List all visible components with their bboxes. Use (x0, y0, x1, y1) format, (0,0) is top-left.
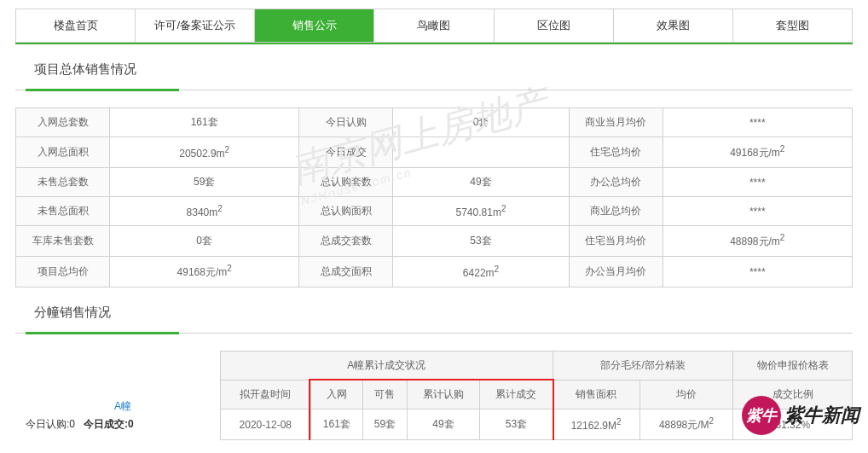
summary-label: 项目总均价 (16, 257, 110, 287)
summary-value: **** (663, 168, 852, 197)
section-title-overall: 项目总体销售情况 (34, 61, 853, 83)
summary-label: 总成交面积 (299, 257, 393, 287)
tabs-underline (15, 43, 853, 44)
summary-label: 入网总套数 (16, 108, 110, 137)
summary-label: 总认购套数 (299, 168, 393, 197)
summary-value: 0套 (393, 108, 569, 137)
main-tabs: 楼盘首页许可/备案证公示销售公示鸟瞰图区位图效果图套型图 (15, 9, 853, 43)
summary-value: 49168元/m2 (663, 137, 852, 168)
summary-label: 未售总面积 (16, 197, 110, 226)
sub-col-header: 累计成交 (480, 380, 553, 409)
summary-label: 办公总均价 (569, 168, 663, 197)
sub-col-header: 拟开盘时间 (221, 380, 311, 409)
summary-label: 办公当月均价 (569, 257, 663, 287)
summary-value: 8340m2 (110, 197, 299, 226)
summary-label: 商业当月均价 (569, 108, 663, 137)
tab-3[interactable]: 鸟瞰图 (374, 9, 494, 42)
summary-value: 53套 (393, 226, 569, 257)
summary-value (393, 137, 569, 168)
sub-cell: 161套 (310, 409, 363, 440)
logo-circle: 紫牛 (742, 396, 781, 435)
sub-col-header: 销售面积 (553, 380, 639, 409)
summary-value: 161套 (110, 108, 299, 137)
summary-label: 今日成交 (299, 137, 393, 168)
building-today-stats: A幢 今日认购:0 今日成交:0 (15, 391, 220, 440)
summary-value: **** (663, 108, 852, 137)
summary-value: **** (663, 197, 852, 226)
summary-value: 6422m2 (393, 257, 569, 287)
logo-text: 紫牛新闻 (784, 403, 859, 428)
sub-col-header: 累计认购 (407, 380, 480, 409)
price-report-link[interactable]: 物价申报价格表 (733, 351, 853, 380)
summary-value: 49168元/m2 (110, 257, 299, 287)
building-area: A幢 今日认购:0 今日成交:0 A幢累计成交状况部分毛坯/部分精装物价申报价格… (15, 351, 853, 440)
tab-0[interactable]: 楼盘首页 (16, 9, 136, 42)
sub-col-header: 入网 (310, 380, 363, 409)
summary-value: 0套 (110, 226, 299, 257)
summary-label: 总认购面积 (299, 197, 393, 226)
summary-label: 总成交套数 (299, 226, 393, 257)
summary-label: 住宅总均价 (569, 137, 663, 168)
summary-label: 今日认购 (299, 108, 393, 137)
tab-1[interactable]: 许可/备案证公示 (136, 9, 255, 42)
summary-label: 入网总面积 (16, 137, 110, 168)
section-title-building: 分幢销售情况 (34, 305, 853, 326)
publisher-logo: 紫牛 紫牛新闻 (742, 396, 859, 435)
summary-label: 车库未售套数 (16, 226, 110, 257)
sub-header-decor: 部分毛坯/部分精装 (553, 351, 733, 380)
summary-value: 5740.81m2 (393, 197, 569, 226)
sub-cell: 12162.9M2 (553, 409, 639, 440)
summary-label: 住宅当月均价 (569, 226, 663, 257)
sub-col-header: 可售 (363, 380, 408, 409)
summary-value: 49套 (393, 168, 569, 197)
summary-value: **** (663, 257, 852, 287)
sub-cell: 2020-12-08 (221, 409, 311, 440)
sub-header-status: A幢累计成交状况 (221, 351, 553, 380)
sub-col-header: 均价 (639, 380, 733, 409)
sub-cell: 49套 (407, 409, 480, 440)
summary-table: 入网总套数161套今日认购0套商业当月均价****入网总面积20502.9m2今… (15, 107, 853, 287)
sub-cell: 48898元/M2 (639, 409, 733, 440)
summary-value: 59套 (110, 168, 299, 197)
sub-cell: 53套 (480, 409, 553, 440)
building-name: A幢 (26, 399, 220, 414)
summary-value: 48898元/m2 (663, 226, 852, 257)
tab-2[interactable]: 销售公示 (255, 9, 374, 42)
summary-label: 未售总套数 (16, 168, 110, 197)
sub-cell: 59套 (363, 409, 408, 440)
summary-label: 商业总均价 (569, 197, 663, 226)
tab-5[interactable]: 效果图 (614, 9, 733, 42)
tab-4[interactable]: 区位图 (495, 9, 614, 42)
section-underline (15, 333, 853, 334)
section-underline (15, 90, 853, 90)
summary-value: 20502.9m2 (110, 137, 299, 168)
tab-6[interactable]: 套型图 (733, 9, 852, 42)
